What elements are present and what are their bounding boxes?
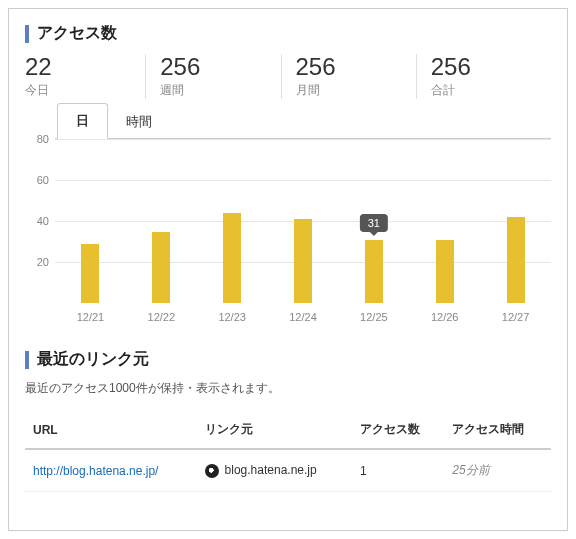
td-referrer: blog.hatena.ne.jp: [197, 449, 352, 492]
x-axis-label: 12/23: [218, 311, 246, 323]
stat-total-value: 256: [431, 54, 551, 80]
stat-week-label: 週間: [160, 82, 280, 99]
tab-hour[interactable]: 時間: [108, 105, 170, 139]
stat-today-value: 22: [25, 54, 145, 80]
th-referrer: リンク元: [197, 411, 352, 449]
stat-month-label: 月間: [296, 82, 416, 99]
bar[interactable]: [507, 217, 525, 303]
th-count: アクセス数: [352, 411, 444, 449]
referrer-url-link[interactable]: http://blog.hatena.ne.jp/: [33, 464, 158, 478]
bar[interactable]: [81, 244, 99, 303]
bar[interactable]: 31: [365, 240, 383, 304]
bar[interactable]: [152, 232, 170, 304]
x-axis-label: 12/21: [77, 311, 105, 323]
y-axis-label: 20: [25, 256, 49, 268]
chart-plot: 2040608012/2112/2212/2312/243112/2512/26…: [55, 138, 551, 303]
stats-row: 22 今日 256 週間 256 月間 256 合計: [25, 54, 551, 99]
bar-slot: 12/22: [126, 139, 197, 303]
td-count: 1: [352, 449, 444, 492]
y-axis-label: 80: [25, 133, 49, 145]
x-axis-label: 12/22: [148, 311, 176, 323]
td-time: 25分前: [444, 449, 551, 492]
section-title-links-text: 最近のリンク元: [37, 349, 149, 370]
title-accent-bar: [25, 25, 29, 43]
y-axis-label: 40: [25, 215, 49, 227]
stat-month-value: 256: [296, 54, 416, 80]
links-subtitle: 最近のアクセス1000件が保持・表示されます。: [25, 380, 551, 397]
th-url: URL: [25, 411, 197, 449]
bar[interactable]: [223, 213, 241, 303]
chart-tabs: 日 時間: [57, 105, 170, 139]
bar-slot: 12/23: [197, 139, 268, 303]
th-time: アクセス時間: [444, 411, 551, 449]
bar-slot: 3112/25: [338, 139, 409, 303]
favicon-icon: [205, 464, 219, 478]
table-row: http://blog.hatena.ne.jp/blog.hatena.ne.…: [25, 449, 551, 492]
stat-total-label: 合計: [431, 82, 551, 99]
stat-today-label: 今日: [25, 82, 145, 99]
stat-week-value: 256: [160, 54, 280, 80]
stat-week: 256 週間: [145, 54, 280, 99]
bar-slot: 12/24: [268, 139, 339, 303]
tab-day[interactable]: 日: [57, 103, 108, 139]
x-axis-label: 12/24: [289, 311, 317, 323]
x-axis-label: 12/26: [431, 311, 459, 323]
bar-slot: 12/26: [409, 139, 480, 303]
table-header-row: URL リンク元 アクセス数 アクセス時間: [25, 411, 551, 449]
links-table: URL リンク元 アクセス数 アクセス時間 http://blog.hatena…: [25, 411, 551, 492]
bar[interactable]: [294, 219, 312, 303]
stat-today: 22 今日: [25, 54, 145, 99]
title-accent-bar: [25, 351, 29, 369]
bar-slot: 12/21: [55, 139, 126, 303]
referrer-domain: blog.hatena.ne.jp: [225, 463, 317, 477]
x-axis-label: 12/27: [502, 311, 530, 323]
section-title-access-text: アクセス数: [37, 23, 117, 44]
bar-tooltip: 31: [360, 214, 388, 232]
section-title-access: アクセス数: [25, 23, 551, 44]
stats-card: アクセス数 22 今日 256 週間 256 月間 256 合計 日 時間 20…: [8, 8, 568, 531]
stat-total: 256 合計: [416, 54, 551, 99]
section-title-links: 最近のリンク元: [25, 349, 551, 370]
x-axis-label: 12/25: [360, 311, 388, 323]
access-chart: 日 時間 2040608012/2112/2212/2312/243112/25…: [25, 105, 551, 325]
bars-container: 12/2112/2212/2312/243112/2512/2612/27: [55, 139, 551, 303]
td-url: http://blog.hatena.ne.jp/: [25, 449, 197, 492]
stat-month: 256 月間: [281, 54, 416, 99]
bar-slot: 12/27: [480, 139, 551, 303]
y-axis-label: 60: [25, 174, 49, 186]
bar[interactable]: [436, 240, 454, 304]
